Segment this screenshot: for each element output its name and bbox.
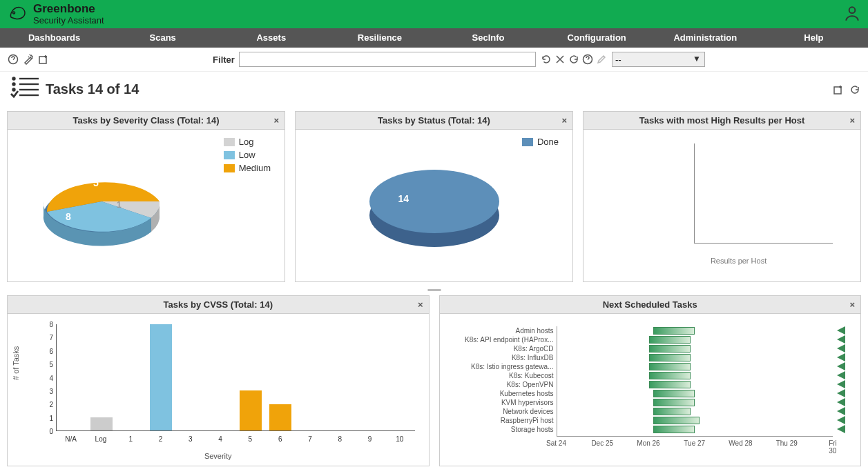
- sched-bar[interactable]: [649, 345, 691, 353]
- high-results-chart[interactable]: [694, 143, 833, 244]
- pie-value-done: 14: [398, 193, 409, 204]
- brand-subtitle: Security Assistant: [33, 16, 104, 26]
- cvss-bar[interactable]: [90, 417, 113, 430]
- new-task-icon[interactable]: [37, 53, 50, 66]
- nav-help[interactable]: Help: [760, 28, 868, 48]
- sched-bar[interactable]: [653, 399, 695, 406]
- cvss-bar[interactable]: [269, 404, 291, 431]
- sched-arrow-icon[interactable]: [837, 344, 845, 353]
- greenbone-logo-icon: [7, 2, 29, 26]
- ytick: 3: [49, 387, 53, 395]
- sched-bar[interactable]: [653, 417, 700, 424]
- nav-configuration[interactable]: Configuration: [543, 28, 651, 48]
- ytick: 7: [49, 334, 53, 341]
- sched-arrow-icon[interactable]: [837, 407, 845, 415]
- scheduled-chart[interactable]: Admin hostsK8s: API endpoint (HAProx...K…: [447, 321, 854, 459]
- cvss-ylabel: # of Tasks: [12, 346, 20, 380]
- reset-filter-icon[interactable]: [568, 53, 580, 66]
- drag-handle[interactable]: ▬▬: [7, 285, 861, 292]
- add-dashboard-icon[interactable]: [832, 83, 845, 96]
- filter-help-icon[interactable]: [581, 53, 594, 66]
- svg-point-8: [13, 78, 15, 80]
- panel-title: Next Scheduled Tasks: [603, 299, 697, 310]
- filter-input[interactable]: [239, 52, 536, 67]
- sched-xtick: Fri 30: [829, 439, 837, 455]
- close-icon[interactable]: ×: [849, 299, 855, 310]
- legend-done[interactable]: Done: [537, 137, 559, 147]
- sched-arrow-icon[interactable]: [837, 335, 845, 344]
- cvss-bar[interactable]: [150, 324, 172, 430]
- nav-secinfo[interactable]: SecInfo: [434, 28, 543, 48]
- nav-scans[interactable]: Scans: [108, 28, 217, 48]
- sched-task-label[interactable]: Storage hosts: [447, 425, 554, 434]
- legend-medium[interactable]: Medium: [239, 163, 271, 173]
- close-icon[interactable]: ×: [273, 115, 279, 126]
- wizard-icon[interactable]: [22, 53, 35, 66]
- tasks-icon: [7, 75, 40, 104]
- clear-filter-icon[interactable]: [554, 53, 566, 66]
- sched-task-label[interactable]: K8s: ArgoCD: [447, 344, 554, 353]
- severity-pie-chart[interactable]: 5 8 1: [32, 146, 171, 270]
- sched-bar[interactable]: [653, 327, 695, 335]
- severity-legend: Log Low Medium: [224, 137, 271, 176]
- sched-arrow-icon[interactable]: [837, 380, 845, 388]
- sched-arrow-icon[interactable]: [837, 398, 845, 406]
- cvss-bar[interactable]: [240, 390, 262, 430]
- sched-task-label[interactable]: RaspberryPi host: [447, 416, 554, 425]
- ytick: 6: [49, 347, 53, 355]
- ytick: 1: [49, 414, 53, 422]
- xlabel: Results per Host: [711, 257, 766, 265]
- svg-point-14: [369, 170, 499, 233]
- xtick: N/A: [65, 435, 77, 443]
- refresh-filter-icon[interactable]: [540, 53, 552, 66]
- nav-administration[interactable]: Administration: [651, 28, 760, 48]
- legend-log[interactable]: Log: [239, 137, 254, 147]
- sched-bar[interactable]: [653, 390, 695, 397]
- sched-bar[interactable]: [653, 408, 690, 415]
- sched-task-label[interactable]: K8s: API endpoint (HAProx...: [447, 335, 554, 344]
- user-icon[interactable]: [843, 4, 861, 24]
- reset-dashboard-icon[interactable]: [849, 83, 861, 96]
- sched-bar[interactable]: [649, 381, 691, 388]
- sched-bar[interactable]: [649, 372, 691, 379]
- legend-low[interactable]: Low: [239, 150, 255, 160]
- sched-arrow-icon[interactable]: [837, 389, 845, 397]
- sched-task-label[interactable]: K8s: InfluxDB: [447, 353, 554, 362]
- xtick: 2: [159, 435, 163, 443]
- xtick: 6: [278, 435, 282, 443]
- sched-task-label[interactable]: Admin hosts: [447, 326, 554, 335]
- sched-arrow-icon[interactable]: [837, 362, 845, 370]
- ytick: 8: [49, 321, 53, 328]
- cvss-bar-chart[interactable]: # of Tasks 012345678 N/ALog12345678910 S…: [15, 321, 422, 459]
- sched-arrow-icon[interactable]: [837, 416, 845, 424]
- close-icon[interactable]: ×: [418, 299, 423, 310]
- nav-dashboards[interactable]: Dashboards: [0, 28, 108, 48]
- sched-arrow-icon[interactable]: [837, 371, 845, 379]
- sched-task-label[interactable]: KVM hypervisors: [447, 398, 554, 407]
- svg-point-0: [849, 7, 856, 13]
- sched-arrow-icon[interactable]: [837, 353, 845, 361]
- sched-bar[interactable]: [653, 426, 695, 433]
- close-icon[interactable]: ×: [561, 115, 567, 126]
- sched-task-label[interactable]: Kubernetes hosts: [447, 389, 554, 398]
- nav-resilience[interactable]: Resilience: [325, 28, 434, 48]
- filter-select[interactable]: --: [612, 52, 705, 67]
- close-icon[interactable]: ×: [849, 115, 855, 126]
- edit-filter-icon[interactable]: [595, 53, 608, 66]
- sched-arrow-icon[interactable]: [837, 425, 845, 433]
- nav-assets[interactable]: Assets: [217, 28, 325, 48]
- sched-bar[interactable]: [649, 363, 691, 370]
- sched-xtick: Sat 24: [546, 439, 566, 447]
- sched-task-label[interactable]: K8s: OpenVPN: [447, 380, 554, 389]
- sched-bar[interactable]: [649, 336, 691, 344]
- help-icon[interactable]: [7, 53, 19, 66]
- xtick: 1: [128, 435, 133, 443]
- sched-arrow-icon[interactable]: [837, 326, 845, 335]
- status-pie-chart[interactable]: 14: [365, 146, 503, 270]
- sched-bar[interactable]: [649, 354, 691, 361]
- xtick: Log: [95, 435, 107, 443]
- sched-task-label[interactable]: K8s: Kubecost: [447, 371, 554, 380]
- sched-task-label[interactable]: Network devices: [447, 407, 554, 416]
- sched-task-label[interactable]: K8s: Istio ingress gatewa...: [447, 362, 554, 371]
- svg-point-9: [13, 83, 15, 86]
